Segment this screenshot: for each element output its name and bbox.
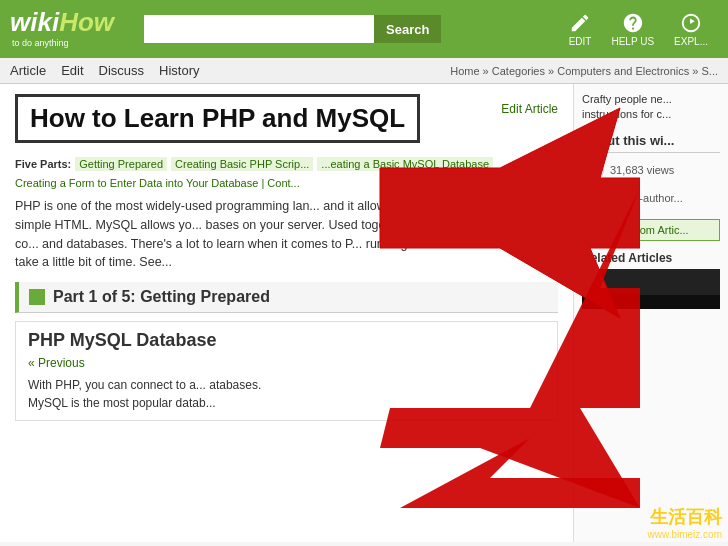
help-label: HELP US [611,36,654,47]
logo-wiki: wiki [10,7,59,38]
watermark: 生活百科 www.bimeiz.com [648,505,722,540]
five-parts-label: Five Parts: [15,158,71,170]
views-icon: 👁 [582,159,604,181]
search-input[interactable] [144,15,374,43]
five-parts-section: Five Parts: Getting Prepared Creating Ba… [15,157,558,171]
sidebar-crafty: Crafty people ne... instructions for c..… [582,92,720,123]
article-title: How to Learn PHP and MySQL [30,103,405,133]
views-stat: 👁 31,683 views [582,159,720,181]
explore-icon [680,12,702,34]
search-button[interactable]: Search [374,15,441,43]
nav-history[interactable]: History [159,63,199,78]
search-bar: Search [144,15,444,43]
logo: wikiHow to do anything [10,7,114,51]
edit-article-link[interactable]: Edit Article [501,102,558,116]
views-count: 31,683 views [610,164,674,176]
nav-edit[interactable]: Edit [61,63,83,78]
part-header: Part 1 of 5: Getting Prepared [15,282,558,313]
random-article-button[interactable]: Random Artic... [582,219,720,241]
main-layout: How to Learn PHP and MySQL Edit Article … [0,84,728,542]
coauthors-stat: ✎ 17 Co-author... [582,187,720,209]
logo-tagline: to do anything [12,38,114,48]
prev-link[interactable]: « Previous [28,356,85,370]
related-thumb-bar [582,295,720,309]
coauthors-icon: ✎ [582,187,604,209]
article-body: PHP is one of the most widely-used progr… [15,197,558,272]
related-title: Related Articles [582,251,720,265]
explore-label: EXPL... [674,36,708,47]
sidebar: Crafty people ne... instructions for c..… [573,84,728,542]
watermark-text: 生活百科 [648,505,722,529]
pencil-icon [569,12,591,34]
help-icon [622,12,644,34]
edit-header-button[interactable]: EDIT [569,12,592,47]
header-icons: EDIT HELP US EXPL... [569,12,718,47]
explore-header-button[interactable]: EXPL... [674,12,708,47]
step-box: PHP MySQL Database « Previous With PHP, … [15,321,558,421]
part-link-2[interactable]: Creating Basic PHP Scrip... [171,157,313,171]
edit-label: EDIT [569,36,592,47]
part-icon [29,289,45,305]
related-thumbnail [582,269,720,309]
part-link-extra[interactable]: Creating a Form to Enter Data into Your … [15,177,300,189]
logo-how: How [59,7,114,38]
part-link-3[interactable]: ...eating a Basic MySQL Database [317,157,493,171]
nav-discuss[interactable]: Discuss [99,63,145,78]
step-text: With PHP, you can connect to a... atabas… [28,376,545,412]
part-title: Part 1 of 5: Getting Prepared [53,288,270,306]
about-section: About this wi... 👁 31,683 views ✎ 17 Co-… [582,133,720,209]
coauthors-count: 17 Co-author... [610,192,683,204]
article-title-box: How to Learn PHP and MySQL [15,94,420,143]
about-title: About this wi... [582,133,720,153]
related-section: Related Articles [582,251,720,309]
nav-article[interactable]: Article [10,63,46,78]
watermark-url: www.bimeiz.com [648,529,722,540]
part-link-1[interactable]: Getting Prepared [75,157,167,171]
article-content: How to Learn PHP and MySQL Edit Article … [0,84,573,542]
nav-bar: Article Edit Discuss History Home » Cate… [0,58,728,84]
header: wikiHow to do anything Search EDIT HELP … [0,0,728,58]
step-title: PHP MySQL Database [28,330,545,351]
breadcrumb: Home » Categories » Computers and Electr… [450,65,718,77]
help-header-button[interactable]: HELP US [611,12,654,47]
